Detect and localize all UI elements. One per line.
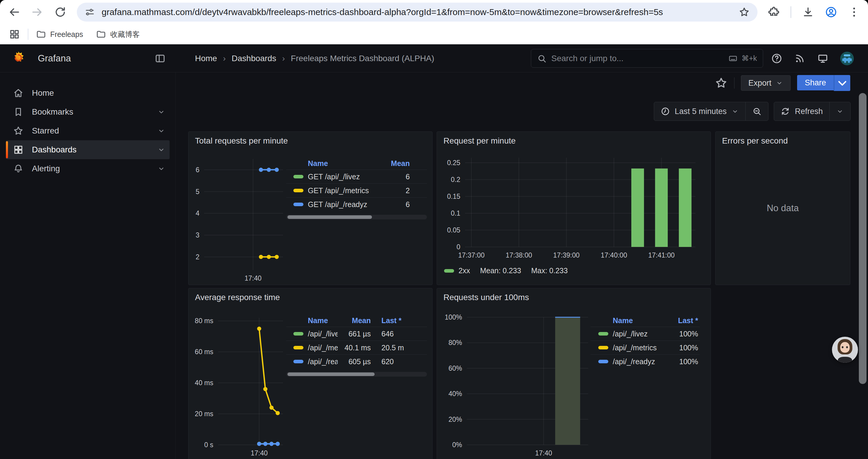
bookmark-item[interactable]: Freeleaps	[36, 29, 83, 39]
legend-header[interactable]: Name	[598, 316, 649, 325]
refresh-sync-icon	[780, 107, 790, 116]
search-icon	[537, 54, 547, 63]
sidebar-item-bookmarks[interactable]: Bookmarks	[6, 102, 169, 121]
favorite-star-icon[interactable]	[715, 76, 728, 90]
time-range-label: Last 5 minutes	[675, 107, 727, 116]
panel-avg-response-time: Average response time 0 s20 ms40 ms60 ms…	[188, 288, 433, 459]
extensions-icon[interactable]	[768, 6, 780, 18]
reload-button[interactable]	[54, 6, 67, 19]
breadcrumb-item[interactable]: Dashboards	[231, 54, 276, 63]
sidebar-item-home[interactable]: Home	[6, 84, 169, 102]
home-icon	[13, 88, 24, 98]
time-range-picker[interactable]: Last 5 minutes	[654, 102, 746, 121]
svg-text:0 s: 0 s	[204, 441, 213, 449]
svg-text:17:40: 17:40	[251, 449, 268, 457]
browser-actions	[768, 6, 860, 18]
legend-header[interactable]: Name	[293, 159, 361, 168]
assistant-avatar[interactable]	[832, 337, 858, 363]
sidebar-item-alerting[interactable]: Alerting	[6, 159, 169, 178]
series-name[interactable]: /api/_/livez	[613, 330, 663, 338]
menu-kebab-icon[interactable]	[848, 6, 860, 18]
series-value: 100%	[663, 357, 700, 366]
series-color-chip[interactable]	[293, 203, 303, 206]
legend-header[interactable]: Last *	[371, 316, 427, 325]
sidebar-collapse-icon[interactable]	[155, 53, 166, 64]
series-value: 100%	[663, 343, 700, 352]
legend-table: NameLast */api/_/livez100%/api/_/metrics…	[591, 314, 700, 368]
series-name: 2xx	[459, 266, 470, 275]
back-button[interactable]	[8, 6, 21, 19]
share-button[interactable]: Share	[797, 75, 834, 90]
series-color-chip[interactable]	[293, 332, 303, 335]
forward-button[interactable]	[31, 6, 44, 19]
time-controls: Last 5 minutes Refresh	[654, 102, 850, 121]
chevron-down-icon[interactable]	[157, 108, 165, 116]
search-input[interactable]	[551, 54, 728, 63]
series-name[interactable]: /api/_/metrics	[613, 343, 663, 352]
series-name[interactable]: /api/_/readyz	[613, 357, 663, 366]
share-menu-button[interactable]	[834, 75, 850, 91]
chevron-down-icon[interactable]	[157, 145, 165, 154]
series-color-chip[interactable]	[293, 360, 303, 363]
search-box[interactable]: ⌘+k	[531, 49, 763, 68]
series-name[interactable]: GET /api/_/livez	[308, 172, 376, 181]
legend-item[interactable]: 2xx	[444, 266, 470, 275]
time-range-group: Last 5 minutes	[654, 102, 769, 121]
series-color-chip[interactable]	[598, 332, 608, 335]
legend-header[interactable]: Mean	[338, 316, 371, 325]
series-name[interactable]: GET /api/_/metrics	[308, 186, 376, 195]
page-url[interactable]: grafana.mathmast.com/d/deytv4rwavabkb/fr…	[102, 7, 733, 17]
series-name[interactable]: GET /api/_/readyz	[308, 200, 376, 209]
help-icon[interactable]	[771, 53, 782, 64]
svg-text:4: 4	[195, 209, 199, 217]
legend-scrollbar[interactable]	[286, 215, 427, 220]
sidebar-item-dashboards[interactable]: Dashboards	[6, 140, 169, 159]
svg-text:17:39:00: 17:39:00	[553, 251, 580, 259]
profile-icon[interactable]	[825, 6, 837, 18]
zoom-out-button[interactable]	[745, 102, 768, 121]
series-color-chip[interactable]	[598, 346, 608, 350]
breadcrumb-separator: ›	[223, 54, 226, 63]
dashboard-toolbar: Export Share	[715, 75, 850, 91]
breadcrumb-item[interactable]: Home	[195, 54, 217, 63]
url-bar[interactable]: grafana.mathmast.com/d/deytv4rwavabkb/fr…	[77, 3, 757, 22]
legend-header[interactable]: Name	[293, 316, 338, 325]
refresh-interval-button[interactable]	[829, 102, 850, 121]
news-rss-icon[interactable]	[794, 53, 805, 64]
legend-row: /api/_/readyz100%	[591, 355, 700, 368]
bookmark-star-icon[interactable]	[739, 6, 750, 18]
series-color-chip[interactable]	[293, 346, 303, 350]
svg-text:100%: 100%	[445, 314, 462, 321]
sidebar-item-starred[interactable]: Starred	[6, 121, 169, 140]
screen-icon[interactable]	[817, 53, 829, 64]
toolbar-vdivider	[734, 77, 735, 89]
legend-scrollbar[interactable]	[286, 372, 427, 376]
page-scrollbar[interactable]	[859, 93, 867, 384]
bookmark-item[interactable]: 收藏博客	[96, 29, 140, 39]
chevron-down-icon[interactable]	[157, 165, 165, 173]
chart-legend: 2xx Mean: 0.233 Max: 0.233	[444, 266, 568, 275]
series-value: 661 µs	[338, 330, 371, 338]
requests-under-100ms-chart[interactable]: 0%20%40%60%80%100%17:40	[437, 288, 711, 459]
series-color-chip[interactable]	[598, 360, 608, 363]
svg-text:6: 6	[195, 166, 199, 174]
series-name[interactable]: /api/_/metrics	[308, 343, 338, 352]
series-name[interactable]: /api/_/readyz	[308, 357, 338, 366]
grafana-logo-icon[interactable]	[10, 50, 27, 67]
downloads-icon[interactable]	[802, 6, 814, 18]
series-color-chip[interactable]	[293, 175, 303, 178]
legend-header[interactable]: Mean	[361, 159, 427, 168]
series-color-chip[interactable]	[293, 189, 303, 192]
series-name[interactable]: /api/_/livez	[308, 330, 338, 338]
apps-grid-icon[interactable]	[9, 29, 20, 40]
svg-text:40 ms: 40 ms	[195, 379, 213, 387]
request-per-minute-chart[interactable]: 00.050.10.150.20.2517:37:0017:38:0017:39…	[437, 132, 711, 285]
panel-request-per-minute: Request per minute 00.050.10.150.20.2517…	[437, 131, 711, 285]
site-settings-icon[interactable]	[85, 7, 95, 18]
export-button[interactable]: Export	[741, 75, 790, 91]
chevron-down-icon[interactable]	[157, 127, 165, 135]
legend-row: GET /api/_/livez6	[286, 169, 427, 184]
legend-header[interactable]: Last *	[649, 316, 700, 325]
user-avatar[interactable]	[840, 52, 854, 65]
refresh-button[interactable]: Refresh	[774, 102, 829, 121]
